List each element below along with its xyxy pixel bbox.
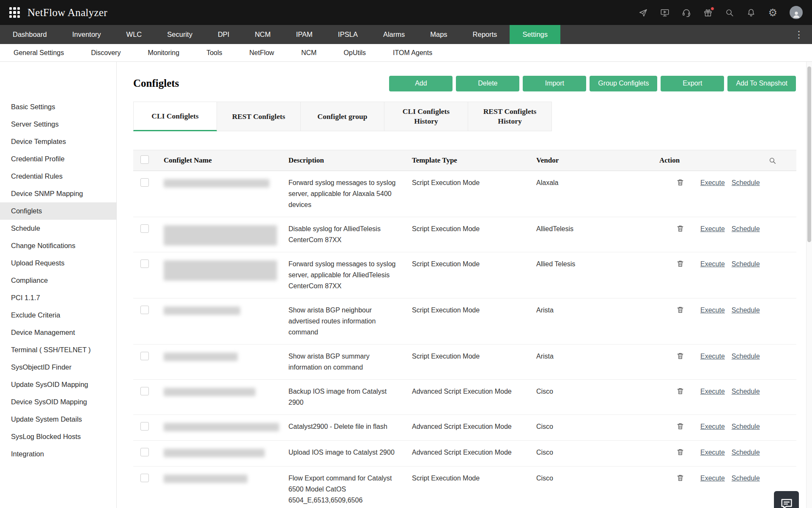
sidebar-item-device-management[interactable]: Device Management: [0, 324, 116, 341]
support-headset-icon[interactable]: [682, 8, 691, 17]
delete-trash-icon[interactable]: [676, 260, 684, 268]
sidebar-item-integration[interactable]: Integration: [0, 445, 116, 463]
sidebar-item-server-settings[interactable]: Server Settings: [0, 116, 116, 133]
user-avatar-icon[interactable]: [790, 6, 803, 19]
nav-item-ipam[interactable]: IPAM: [283, 25, 325, 44]
execute-link[interactable]: Execute: [700, 447, 725, 458]
row-checkbox[interactable]: [140, 224, 149, 233]
subnav-item-discovery[interactable]: Discovery: [77, 49, 134, 57]
sidebar-item-schedule[interactable]: Schedule: [0, 220, 116, 237]
subnav-item-tools[interactable]: Tools: [193, 49, 236, 57]
tab-cli-configlets-history[interactable]: CLI Configlets History: [384, 102, 468, 131]
delete-button[interactable]: Delete: [456, 76, 519, 91]
schedule-link[interactable]: Schedule: [732, 259, 760, 270]
tab-configlet-group[interactable]: Configlet group: [301, 102, 384, 131]
sidebar-item-device-templates[interactable]: Device Templates: [0, 133, 116, 150]
delete-trash-icon[interactable]: [676, 422, 684, 430]
nav-item-ipsla[interactable]: IPSLA: [325, 25, 370, 44]
schedule-link[interactable]: Schedule: [732, 177, 760, 188]
nav-item-inventory[interactable]: Inventory: [60, 25, 114, 44]
nav-item-dashboard[interactable]: Dashboard: [0, 25, 60, 44]
row-checkbox[interactable]: [140, 260, 149, 268]
nav-item-alarms[interactable]: Alarms: [370, 25, 417, 44]
group-configlets-button[interactable]: Group Configlets: [590, 76, 657, 91]
sidebar-item-exclude-criteria[interactable]: Exclude Criteria: [0, 306, 116, 324]
nav-item-settings[interactable]: Settings: [510, 25, 560, 44]
delete-trash-icon[interactable]: [676, 224, 684, 232]
subnav-item-oputils[interactable]: OpUtils: [330, 49, 379, 57]
schedule-link[interactable]: Schedule: [732, 224, 760, 235]
execute-link[interactable]: Execute: [700, 386, 725, 397]
schedule-link[interactable]: Schedule: [732, 421, 760, 432]
schedule-link[interactable]: Schedule: [732, 386, 760, 397]
scrollbar-thumb[interactable]: [807, 66, 811, 242]
feedback-chat-button[interactable]: [774, 491, 799, 508]
delete-trash-icon[interactable]: [676, 352, 684, 360]
scrollbar-track[interactable]: [806, 62, 812, 508]
tab-rest-configlets[interactable]: REST Configlets: [217, 102, 301, 131]
row-checkbox[interactable]: [140, 422, 149, 431]
demo-screen-icon[interactable]: [660, 8, 669, 17]
apps-grid-icon[interactable]: [9, 7, 20, 18]
execute-link[interactable]: Execute: [700, 421, 725, 432]
nav-item-security[interactable]: Security: [154, 25, 205, 44]
tab-rest-configlets-history[interactable]: REST Configlets History: [468, 102, 552, 131]
sidebar-item-upload-requests[interactable]: Upload Requests: [0, 254, 116, 272]
row-checkbox[interactable]: [140, 352, 149, 360]
nav-item-wlc[interactable]: WLC: [114, 25, 155, 44]
sidebar-item-device-snmp-mapping[interactable]: Device SNMP Mapping: [0, 185, 116, 202]
execute-link[interactable]: Execute: [700, 224, 725, 235]
nav-item-reports[interactable]: Reports: [460, 25, 510, 44]
add-button[interactable]: Add: [389, 76, 453, 91]
sidebar-item-terminal-ssh-telnet[interactable]: Terminal ( SSH/TELNET ): [0, 341, 116, 359]
schedule-link[interactable]: Schedule: [732, 351, 760, 362]
execute-link[interactable]: Execute: [700, 177, 725, 188]
row-checkbox[interactable]: [140, 474, 149, 482]
sidebar-item-device-sysoid-mapping[interactable]: Device SysOID Mapping: [0, 393, 116, 411]
schedule-link[interactable]: Schedule: [732, 447, 760, 458]
notifications-bell-icon[interactable]: [746, 8, 756, 17]
delete-trash-icon[interactable]: [676, 387, 684, 395]
row-checkbox[interactable]: [140, 306, 149, 314]
select-all-checkbox[interactable]: [140, 155, 149, 164]
sidebar-item-configlets[interactable]: Configlets: [0, 202, 116, 220]
export-button[interactable]: Export: [661, 76, 724, 91]
offers-gift-icon[interactable]: [703, 8, 713, 17]
sidebar-item-credential-rules[interactable]: Credential Rules: [0, 168, 116, 185]
subnav-item-ncm[interactable]: NCM: [288, 49, 330, 57]
nav-overflow-kebab-icon[interactable]: ⋮: [786, 25, 812, 44]
execute-link[interactable]: Execute: [700, 473, 725, 484]
sidebar-item-basic-settings[interactable]: Basic Settings: [0, 98, 116, 116]
delete-trash-icon[interactable]: [676, 178, 684, 186]
subnav-item-itom-agents[interactable]: ITOM Agents: [379, 49, 446, 57]
nav-item-maps[interactable]: Maps: [417, 25, 460, 44]
sidebar-item-pci-1-1-7[interactable]: PCI 1.1.7: [0, 289, 116, 306]
settings-gear-icon[interactable]: ⚙: [768, 8, 777, 18]
sidebar-item-update-system-details[interactable]: Update System Details: [0, 411, 116, 428]
nav-item-dpi[interactable]: DPI: [205, 25, 242, 44]
execute-link[interactable]: Execute: [700, 259, 725, 270]
schedule-link[interactable]: Schedule: [732, 305, 760, 316]
subnav-item-monitoring[interactable]: Monitoring: [134, 49, 193, 57]
send-icon[interactable]: [639, 8, 648, 17]
tab-cli-configlets[interactable]: CLI Configlets: [133, 102, 217, 131]
subnav-item-netflow[interactable]: NetFlow: [236, 49, 288, 57]
sidebar-item-update-sysoid-mapping[interactable]: Update SysOID Mapping: [0, 376, 116, 393]
sidebar-item-credential-profile[interactable]: Credential Profile: [0, 150, 116, 168]
schedule-link[interactable]: Schedule: [732, 473, 760, 484]
delete-trash-icon[interactable]: [676, 448, 684, 456]
sidebar-item-compliance[interactable]: Compliance: [0, 272, 116, 289]
execute-link[interactable]: Execute: [700, 351, 725, 362]
subnav-item-general-settings[interactable]: General Settings: [0, 49, 77, 57]
sidebar-item-sysobjectid-finder[interactable]: SysObjectID Finder: [0, 359, 116, 376]
row-checkbox[interactable]: [140, 387, 149, 395]
delete-trash-icon[interactable]: [676, 474, 684, 482]
nav-item-ncm[interactable]: NCM: [242, 25, 283, 44]
sidebar-item-syslog-blocked-hosts[interactable]: SysLog Blocked Hosts: [0, 428, 116, 445]
delete-trash-icon[interactable]: [676, 306, 684, 314]
execute-link[interactable]: Execute: [700, 305, 725, 316]
table-search-icon[interactable]: [768, 157, 776, 165]
add-to-snapshot-button[interactable]: Add To Snapshot: [727, 76, 796, 91]
import-button[interactable]: Import: [523, 76, 586, 91]
search-icon[interactable]: [725, 8, 734, 17]
